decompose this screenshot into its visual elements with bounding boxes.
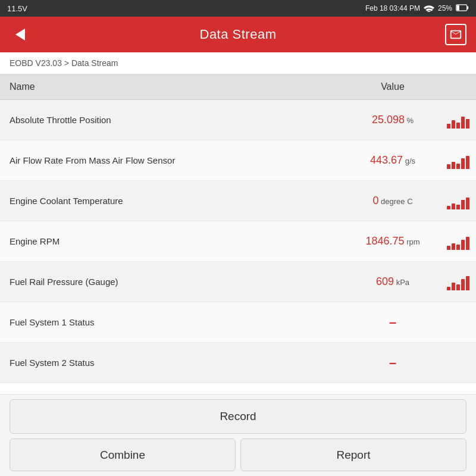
- bottom-bar: Record Combine Report: [0, 394, 476, 476]
- row-value: 0 degree C: [345, 190, 440, 212]
- breadcrumb: EOBD V23.03 > Data Stream: [0, 52, 476, 74]
- datetime: Feb 18 03:44 PM: [365, 4, 420, 12]
- row-value: 609 kPa: [345, 271, 440, 293]
- row-value: –: [345, 350, 440, 375]
- col-header-chart: [440, 74, 476, 99]
- table-row: Fuel System 1 Status –: [0, 302, 476, 343]
- row-value: 443.67 g/s: [345, 149, 440, 171]
- status-left: 11.5V: [7, 4, 27, 13]
- back-button[interactable]: [10, 24, 31, 45]
- app-header: Data Stream: [0, 17, 476, 52]
- row-value: 25.098 %: [345, 109, 440, 131]
- table-row: Fuel Rail Pressure (Gauge) 609 kPa: [0, 262, 476, 302]
- row-name: Engine Coolant Temperature: [0, 187, 345, 214]
- chart-button[interactable]: [447, 112, 469, 129]
- row-chart[interactable]: [440, 274, 476, 290]
- status-right: Feb 18 03:44 PM 25%: [365, 4, 469, 14]
- bottom-row: Combine Report: [0, 436, 476, 476]
- svg-rect-2: [457, 5, 459, 10]
- row-chart[interactable]: [440, 152, 476, 169]
- svg-rect-1: [467, 6, 469, 9]
- col-header-value: Value: [345, 74, 440, 99]
- row-name: Fuel System 1 Status: [0, 309, 345, 336]
- report-button[interactable]: Report: [240, 439, 466, 471]
- row-value: 1846.75 rpm: [345, 230, 440, 252]
- page-title: Data Stream: [200, 27, 277, 42]
- combine-button[interactable]: Combine: [10, 439, 236, 471]
- row-name: Engine RPM: [0, 228, 345, 255]
- row-name: Fuel System 2 Status: [0, 349, 345, 376]
- chart-button[interactable]: [447, 274, 469, 290]
- col-header-name: Name: [0, 74, 345, 99]
- row-name: Fuel Rail Pressure (Gauge): [0, 268, 345, 295]
- export-button[interactable]: [445, 24, 466, 45]
- record-row: Record: [0, 394, 476, 436]
- battery-percent: 25%: [438, 4, 452, 12]
- table-row: Engine Coolant Temperature 0 degree C: [0, 181, 476, 221]
- back-arrow-icon: [15, 29, 25, 40]
- record-button[interactable]: Record: [10, 399, 466, 434]
- battery-voltage: 11.5V: [7, 4, 27, 13]
- battery-icon: [456, 4, 469, 13]
- chart-button[interactable]: [447, 193, 469, 209]
- table-header: Name Value: [0, 74, 476, 100]
- table-row: Air Flow Rate From Mass Air Flow Sensor …: [0, 140, 476, 181]
- wifi-icon: [424, 4, 434, 14]
- row-chart[interactable]: [440, 193, 476, 209]
- table-row: Engine RPM 1846.75 rpm: [0, 221, 476, 262]
- status-bar: 11.5V Feb 18 03:44 PM 25%: [0, 0, 476, 17]
- row-chart[interactable]: [440, 233, 476, 250]
- row-chart[interactable]: [440, 112, 476, 129]
- chart-button[interactable]: [447, 233, 469, 250]
- row-name: Absolute Throttle Position: [0, 107, 345, 133]
- table-row: Fuel System 2 Status –: [0, 343, 476, 383]
- row-value: –: [345, 310, 440, 335]
- table-row: Absolute Throttle Position 25.098 %: [0, 100, 476, 140]
- chart-button[interactable]: [447, 152, 469, 169]
- row-name: Air Flow Rate From Mass Air Flow Sensor: [0, 147, 345, 174]
